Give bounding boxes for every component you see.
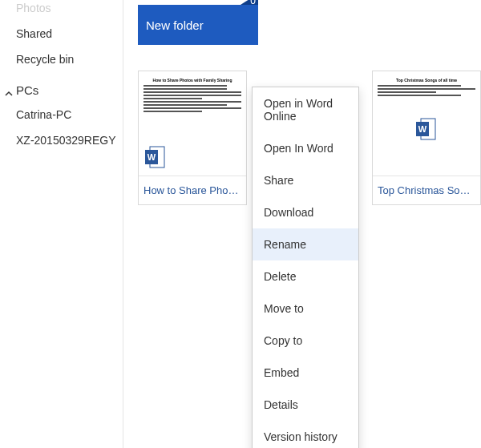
file-label: Top Christmas Songs ... <box>373 176 480 204</box>
file-thumbnail: How to Share Photos with Family Sharing … <box>139 71 246 176</box>
ctx-move-to[interactable]: Move to <box>253 293 358 325</box>
doc-thumb-title: Top Christmas Songs of all time <box>378 78 475 83</box>
ctx-version-history[interactable]: Version history <box>253 421 358 448</box>
word-icon: W <box>416 117 437 141</box>
ctx-open-word-online[interactable]: Open in Word Online <box>253 87 358 132</box>
file-thumbnail: Top Christmas Songs of all time W <box>373 71 480 176</box>
sidebar: Photos Shared Recycle bin PCs Catrina-PC… <box>0 0 123 448</box>
file-label: How to Share Photos ... <box>139 176 246 204</box>
ctx-copy-to[interactable]: Copy to <box>253 325 358 357</box>
sidebar-item-pc-2[interactable]: XZ-20150329REGY <box>0 127 123 153</box>
file-card-1[interactable]: How to Share Photos with Family Sharing … <box>138 71 247 205</box>
doc-thumb-title: How to Share Photos with Family Sharing <box>143 78 241 83</box>
word-icon: W <box>145 145 166 169</box>
svg-text:W: W <box>148 152 156 162</box>
new-folder-count: 0 <box>250 0 256 6</box>
svg-text:W: W <box>418 124 427 134</box>
chevron-up-icon <box>5 87 13 95</box>
ctx-delete[interactable]: Delete <box>253 260 358 293</box>
sidebar-item-recycle-bin[interactable]: Recycle bin <box>0 46 123 72</box>
sidebar-item-photos[interactable]: Photos <box>0 0 123 21</box>
ctx-share[interactable]: Share <box>253 164 358 196</box>
sidebar-header-pcs-label: PCs <box>16 83 38 97</box>
context-menu: Open in Word Online Open In Word Share D… <box>252 87 359 448</box>
ctx-open-in-word[interactable]: Open In Word <box>253 132 358 164</box>
ctx-details[interactable]: Details <box>253 389 358 421</box>
app-root: Photos Shared Recycle bin PCs Catrina-PC… <box>0 0 481 448</box>
new-folder-tile[interactable]: 0 New folder <box>138 5 258 45</box>
ctx-embed[interactable]: Embed <box>253 357 358 389</box>
file-card-3[interactable]: Top Christmas Songs of all time W Top Ch… <box>372 71 481 205</box>
sidebar-item-shared[interactable]: Shared <box>0 21 123 46</box>
new-folder-label: New folder <box>146 18 204 32</box>
sidebar-header-pcs[interactable]: PCs <box>0 72 123 102</box>
ctx-rename[interactable]: Rename <box>253 228 358 260</box>
ctx-download[interactable]: Download <box>253 196 358 228</box>
sidebar-item-pc-1[interactable]: Catrina-PC <box>0 102 123 127</box>
